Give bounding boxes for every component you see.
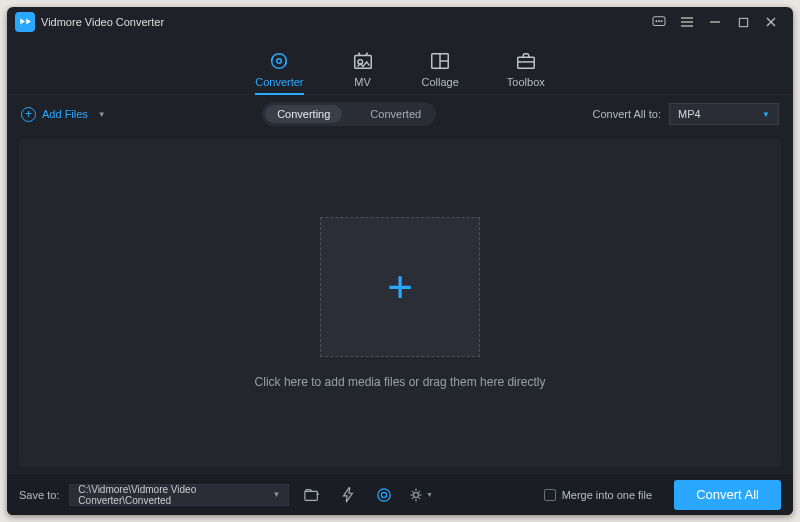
app-title: Vidmore Video Converter: [41, 16, 164, 28]
tab-converter[interactable]: Converter: [255, 50, 303, 94]
minimize-button[interactable]: [701, 8, 729, 36]
settings-button[interactable]: ▼: [407, 484, 433, 506]
svg-point-21: [378, 488, 390, 500]
bottom-bar: Save to: C:\Vidmore\Vidmore Video Conver…: [7, 473, 793, 515]
close-button[interactable]: [757, 8, 785, 36]
tab-collage[interactable]: Collage: [422, 50, 459, 94]
toolbox-icon: [515, 50, 537, 72]
convert-icon: [268, 50, 290, 72]
svg-point-2: [658, 20, 659, 21]
tab-label: Collage: [422, 76, 459, 88]
tab-mv[interactable]: MV: [352, 50, 374, 94]
menu-icon[interactable]: [673, 8, 701, 36]
drop-hint: Click here to add media files or drag th…: [255, 375, 546, 389]
plus-icon: +: [387, 265, 413, 309]
add-files-label: Add Files: [42, 108, 88, 120]
sub-toolbar: + Add Files ▼ Converting Converted Conve…: [7, 95, 793, 133]
svg-point-22: [382, 492, 387, 497]
save-path-value: C:\Vidmore\Vidmore Video Converter\Conve…: [78, 484, 272, 506]
mv-icon: [352, 50, 374, 72]
plus-circle-icon: +: [21, 107, 36, 122]
svg-rect-18: [518, 57, 535, 68]
tab-label: Toolbox: [507, 76, 545, 88]
tab-label: MV: [354, 76, 371, 88]
svg-rect-8: [739, 18, 747, 26]
app-logo-icon: [15, 12, 35, 32]
drop-zone[interactable]: +: [320, 217, 480, 357]
tab-toolbox[interactable]: Toolbox: [507, 50, 545, 94]
open-folder-button[interactable]: [299, 484, 325, 506]
save-path-select[interactable]: C:\Vidmore\Vidmore Video Converter\Conve…: [69, 484, 289, 506]
svg-point-11: [272, 54, 287, 69]
main-nav: Converter MV Collage Toolbox: [7, 37, 793, 95]
save-to-label: Save to:: [19, 489, 59, 501]
high-speed-button[interactable]: [371, 484, 397, 506]
hardware-accel-button[interactable]: [335, 484, 361, 506]
svg-point-3: [661, 20, 662, 21]
chevron-down-icon: ▼: [426, 491, 433, 498]
svg-point-12: [277, 59, 282, 64]
titlebar: Vidmore Video Converter: [7, 7, 793, 37]
maximize-button[interactable]: [729, 8, 757, 36]
main-panel: + Click here to add media files or drag …: [19, 139, 781, 467]
feedback-icon[interactable]: [645, 8, 673, 36]
add-files-button[interactable]: + Add Files ▼: [21, 107, 106, 122]
format-select[interactable]: MP4 ▼: [669, 103, 779, 125]
merge-label: Merge into one file: [562, 489, 653, 501]
status-segment: Converting Converted: [262, 102, 436, 126]
app-window: Vidmore Video Converter Converter: [7, 7, 793, 515]
tab-label: Converter: [255, 76, 303, 88]
chevron-down-icon: ▼: [98, 110, 106, 119]
chevron-down-icon: ▼: [272, 490, 280, 499]
segment-converted[interactable]: Converted: [358, 105, 433, 123]
format-value: MP4: [678, 108, 701, 120]
svg-rect-20: [305, 491, 317, 500]
checkbox-icon: [544, 489, 556, 501]
segment-converting[interactable]: Converting: [265, 105, 342, 123]
svg-point-1: [656, 20, 657, 21]
convert-all-to-label: Convert All to:: [593, 108, 661, 120]
merge-checkbox[interactable]: Merge into one file: [544, 489, 653, 501]
convert-all-to: Convert All to: MP4 ▼: [593, 103, 779, 125]
convert-all-button[interactable]: Convert All: [674, 480, 781, 510]
chevron-down-icon: ▼: [762, 110, 770, 119]
collage-icon: [429, 50, 451, 72]
svg-point-23: [413, 492, 418, 497]
